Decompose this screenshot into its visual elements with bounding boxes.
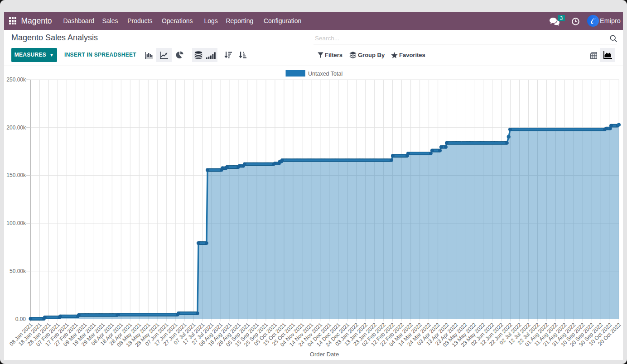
- svg-text:Untaxed Total: Untaxed Total: [308, 71, 342, 77]
- svg-text:100.00k: 100.00k: [6, 220, 26, 226]
- svg-text:0.00: 0.00: [15, 316, 26, 322]
- svg-text:Order Date: Order Date: [310, 351, 339, 358]
- svg-text:250.00k: 250.00k: [6, 77, 26, 83]
- svg-text:150.00k: 150.00k: [6, 172, 26, 178]
- svg-text:200.00k: 200.00k: [6, 125, 26, 131]
- svg-text:50.00k: 50.00k: [10, 268, 26, 274]
